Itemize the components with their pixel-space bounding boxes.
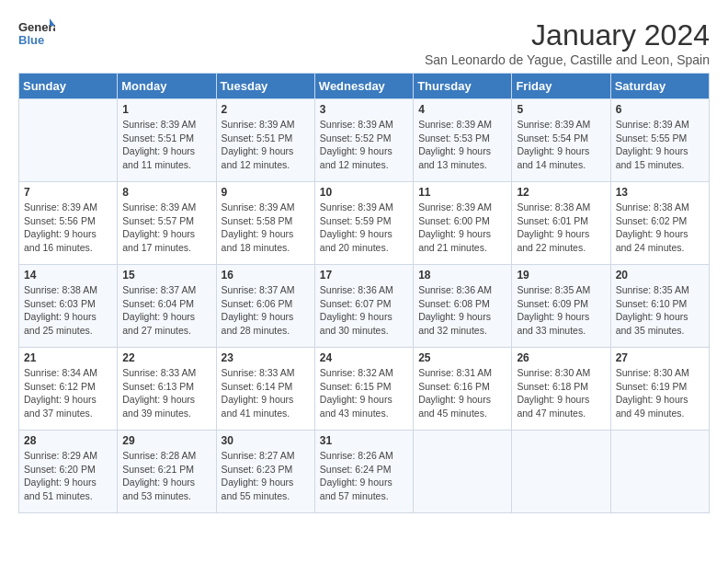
cell-content: Sunrise: 8:35 AMSunset: 6:09 PMDaylight:… bbox=[517, 283, 605, 338]
calendar-cell: 14Sunrise: 8:38 AMSunset: 6:03 PMDayligh… bbox=[19, 265, 118, 348]
day-number: 11 bbox=[418, 186, 506, 199]
cell-content: Sunrise: 8:26 AMSunset: 6:24 PMDaylight:… bbox=[320, 449, 408, 503]
week-row-3: 14Sunrise: 8:38 AMSunset: 6:03 PMDayligh… bbox=[19, 265, 710, 348]
cell-content: Sunrise: 8:33 AMSunset: 6:14 PMDaylight:… bbox=[222, 366, 310, 420]
calendar-cell: 26Sunrise: 8:30 AMSunset: 6:18 PMDayligh… bbox=[512, 348, 610, 431]
cell-content: Sunrise: 8:37 AMSunset: 6:04 PMDaylight:… bbox=[122, 283, 210, 338]
calendar-cell: 3Sunrise: 8:39 AMSunset: 5:52 PMDaylight… bbox=[314, 99, 413, 182]
calendar-cell: 29Sunrise: 8:28 AMSunset: 6:21 PMDayligh… bbox=[118, 431, 216, 513]
cell-content: Sunrise: 8:39 AMSunset: 5:58 PMDaylight:… bbox=[222, 201, 310, 255]
day-number: 18 bbox=[418, 269, 506, 282]
cell-content: Sunrise: 8:30 AMSunset: 6:18 PMDaylight:… bbox=[517, 366, 605, 420]
calendar-cell: 11Sunrise: 8:39 AMSunset: 6:00 PMDayligh… bbox=[414, 182, 512, 265]
day-number: 31 bbox=[320, 434, 408, 447]
location-subtitle: San Leonardo de Yague, Castille and Leon… bbox=[425, 52, 710, 67]
weekday-header-sunday: Sunday bbox=[19, 74, 118, 99]
calendar-cell bbox=[19, 99, 118, 182]
cell-content: Sunrise: 8:38 AMSunset: 6:03 PMDaylight:… bbox=[24, 283, 112, 338]
weekday-header-wednesday: Wednesday bbox=[314, 74, 413, 99]
month-title: January 2024 bbox=[425, 18, 710, 52]
logo: General Blue bbox=[18, 18, 55, 52]
day-number: 13 bbox=[616, 186, 704, 199]
cell-content: Sunrise: 8:39 AMSunset: 5:52 PMDaylight:… bbox=[320, 118, 408, 172]
day-number: 25 bbox=[418, 351, 506, 364]
calendar-table: SundayMondayTuesdayWednesdayThursdayFrid… bbox=[18, 73, 710, 513]
day-number: 22 bbox=[122, 351, 210, 364]
day-number: 29 bbox=[122, 434, 210, 447]
logo-icon: General Blue bbox=[18, 18, 55, 52]
cell-content: Sunrise: 8:29 AMSunset: 6:20 PMDaylight:… bbox=[24, 449, 112, 503]
calendar-cell: 19Sunrise: 8:35 AMSunset: 6:09 PMDayligh… bbox=[512, 265, 610, 348]
calendar-cell bbox=[512, 431, 610, 513]
cell-content: Sunrise: 8:36 AMSunset: 6:08 PMDaylight:… bbox=[418, 283, 506, 338]
calendar-cell: 27Sunrise: 8:30 AMSunset: 6:19 PMDayligh… bbox=[610, 348, 709, 431]
day-number: 4 bbox=[418, 103, 506, 116]
day-number: 10 bbox=[320, 186, 408, 199]
calendar-cell: 6Sunrise: 8:39 AMSunset: 5:55 PMDaylight… bbox=[610, 99, 709, 182]
weekday-header-thursday: Thursday bbox=[414, 74, 512, 99]
day-number: 27 bbox=[616, 351, 704, 364]
week-row-1: 1Sunrise: 8:39 AMSunset: 5:51 PMDaylight… bbox=[19, 99, 710, 182]
cell-content: Sunrise: 8:36 AMSunset: 6:07 PMDaylight:… bbox=[320, 283, 408, 338]
calendar-cell: 20Sunrise: 8:35 AMSunset: 6:10 PMDayligh… bbox=[610, 265, 709, 348]
calendar-cell: 1Sunrise: 8:39 AMSunset: 5:51 PMDaylight… bbox=[118, 99, 216, 182]
day-number: 12 bbox=[517, 186, 605, 199]
calendar-cell: 18Sunrise: 8:36 AMSunset: 6:08 PMDayligh… bbox=[414, 265, 512, 348]
calendar-cell: 31Sunrise: 8:26 AMSunset: 6:24 PMDayligh… bbox=[314, 431, 413, 513]
calendar-cell: 10Sunrise: 8:39 AMSunset: 5:59 PMDayligh… bbox=[314, 182, 413, 265]
calendar-cell: 5Sunrise: 8:39 AMSunset: 5:54 PMDaylight… bbox=[512, 99, 610, 182]
day-number: 19 bbox=[517, 269, 605, 282]
calendar-cell: 24Sunrise: 8:32 AMSunset: 6:15 PMDayligh… bbox=[314, 348, 413, 431]
calendar-cell bbox=[610, 431, 709, 513]
weekday-header-row: SundayMondayTuesdayWednesdayThursdayFrid… bbox=[19, 74, 710, 99]
day-number: 14 bbox=[24, 269, 112, 282]
calendar-cell: 22Sunrise: 8:33 AMSunset: 6:13 PMDayligh… bbox=[118, 348, 216, 431]
header: General Blue January 2024 San Leonardo d… bbox=[18, 18, 710, 67]
calendar-cell: 17Sunrise: 8:36 AMSunset: 6:07 PMDayligh… bbox=[314, 265, 413, 348]
calendar-cell: 15Sunrise: 8:37 AMSunset: 6:04 PMDayligh… bbox=[118, 265, 216, 348]
calendar-cell: 23Sunrise: 8:33 AMSunset: 6:14 PMDayligh… bbox=[216, 348, 314, 431]
cell-content: Sunrise: 8:30 AMSunset: 6:19 PMDaylight:… bbox=[616, 366, 704, 420]
day-number: 28 bbox=[24, 434, 112, 447]
day-number: 21 bbox=[24, 351, 112, 364]
cell-content: Sunrise: 8:39 AMSunset: 5:51 PMDaylight:… bbox=[222, 118, 310, 172]
cell-content: Sunrise: 8:37 AMSunset: 6:06 PMDaylight:… bbox=[222, 283, 310, 338]
day-number: 9 bbox=[222, 186, 310, 199]
cell-content: Sunrise: 8:35 AMSunset: 6:10 PMDaylight:… bbox=[616, 283, 704, 338]
day-number: 16 bbox=[222, 269, 310, 282]
cell-content: Sunrise: 8:27 AMSunset: 6:23 PMDaylight:… bbox=[222, 449, 310, 503]
week-row-5: 28Sunrise: 8:29 AMSunset: 6:20 PMDayligh… bbox=[19, 431, 710, 513]
cell-content: Sunrise: 8:32 AMSunset: 6:15 PMDaylight:… bbox=[320, 366, 408, 420]
day-number: 5 bbox=[517, 103, 605, 116]
cell-content: Sunrise: 8:39 AMSunset: 5:53 PMDaylight:… bbox=[418, 118, 506, 172]
day-number: 24 bbox=[320, 351, 408, 364]
day-number: 1 bbox=[122, 103, 210, 116]
day-number: 7 bbox=[24, 186, 112, 199]
weekday-header-friday: Friday bbox=[512, 74, 610, 99]
day-number: 30 bbox=[222, 434, 310, 447]
cell-content: Sunrise: 8:34 AMSunset: 6:12 PMDaylight:… bbox=[24, 366, 112, 420]
weekday-header-tuesday: Tuesday bbox=[216, 74, 314, 99]
day-number: 17 bbox=[320, 269, 408, 282]
calendar-cell: 12Sunrise: 8:38 AMSunset: 6:01 PMDayligh… bbox=[512, 182, 610, 265]
svg-text:Blue: Blue bbox=[18, 33, 44, 47]
day-number: 8 bbox=[122, 186, 210, 199]
cell-content: Sunrise: 8:39 AMSunset: 5:55 PMDaylight:… bbox=[616, 118, 704, 172]
cell-content: Sunrise: 8:39 AMSunset: 5:56 PMDaylight:… bbox=[24, 201, 112, 255]
cell-content: Sunrise: 8:39 AMSunset: 5:51 PMDaylight:… bbox=[122, 118, 210, 172]
cell-content: Sunrise: 8:39 AMSunset: 5:57 PMDaylight:… bbox=[122, 201, 210, 255]
cell-content: Sunrise: 8:39 AMSunset: 5:59 PMDaylight:… bbox=[320, 201, 408, 255]
cell-content: Sunrise: 8:28 AMSunset: 6:21 PMDaylight:… bbox=[122, 449, 210, 503]
day-number: 3 bbox=[320, 103, 408, 116]
day-number: 15 bbox=[122, 269, 210, 282]
cell-content: Sunrise: 8:39 AMSunset: 5:54 PMDaylight:… bbox=[517, 118, 605, 172]
calendar-cell: 28Sunrise: 8:29 AMSunset: 6:20 PMDayligh… bbox=[19, 431, 118, 513]
calendar-cell: 25Sunrise: 8:31 AMSunset: 6:16 PMDayligh… bbox=[414, 348, 512, 431]
calendar-cell: 13Sunrise: 8:38 AMSunset: 6:02 PMDayligh… bbox=[610, 182, 709, 265]
cell-content: Sunrise: 8:39 AMSunset: 6:00 PMDaylight:… bbox=[418, 201, 506, 255]
day-number: 6 bbox=[616, 103, 704, 116]
day-number: 2 bbox=[222, 103, 310, 116]
weekday-header-monday: Monday bbox=[118, 74, 216, 99]
cell-content: Sunrise: 8:38 AMSunset: 6:01 PMDaylight:… bbox=[517, 201, 605, 255]
title-area: January 2024 San Leonardo de Yague, Cast… bbox=[425, 18, 710, 67]
